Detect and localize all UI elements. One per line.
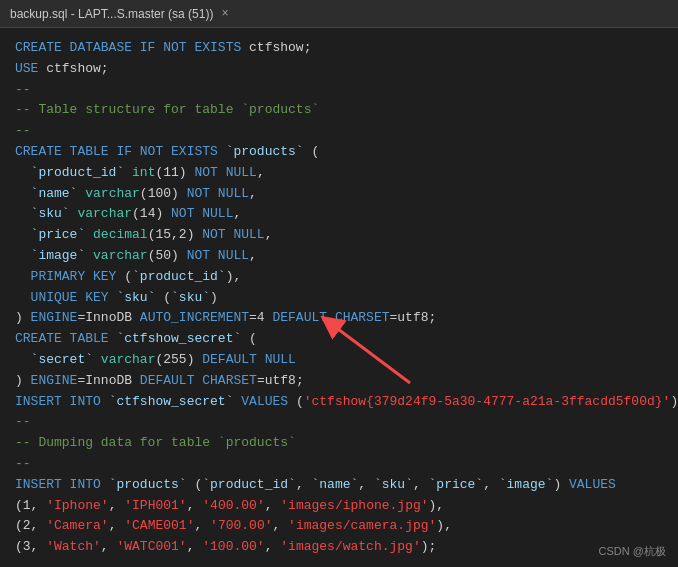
code-line-19: `secret` varchar(255) DEFAULT NULL — [15, 350, 663, 371]
code-line-5: -- Table structure for table `products` — [15, 100, 663, 121]
code-area: CREATE DATABASE IF NOT EXISTS ctfshow; U… — [0, 28, 678, 567]
code-line-25: -- Dumping data for table `products` — [15, 433, 663, 454]
code-line-30: (2, 'Camera', 'CAME001', '700.00', 'imag… — [15, 516, 663, 537]
code-line-8: CREATE TABLE IF NOT EXISTS `products` ( — [15, 142, 663, 163]
code-line-28: INSERT INTO `products` (`product_id`, `n… — [15, 475, 663, 496]
code-line-18: CREATE TABLE `ctfshow_secret` ( — [15, 329, 663, 350]
code-line-11: `sku` varchar(14) NOT NULL, — [15, 204, 663, 225]
code-line-15: UNIQUE KEY `sku` (`sku`) — [15, 288, 663, 309]
code-line-13: `image` varchar(50) NOT NULL, — [15, 246, 663, 267]
code-line-4: -- — [15, 80, 663, 101]
code-line-6: -- — [15, 121, 663, 142]
code-line-1: CREATE DATABASE IF NOT EXISTS ctfshow; — [15, 38, 663, 59]
title-bar: backup.sql - LAPT...S.master (sa (51)) × — [0, 0, 678, 28]
watermark: CSDN @杭极 — [599, 544, 666, 559]
code-line-31: (3, 'Watch', 'WATC001', '100.00', 'image… — [15, 537, 663, 558]
code-line-9: `product_id` int(11) NOT NULL, — [15, 163, 663, 184]
code-line-26: -- — [15, 454, 663, 475]
title-text: backup.sql - LAPT...S.master (sa (51)) — [10, 7, 213, 21]
code-line-24: -- — [15, 412, 663, 433]
code-line-12: `price` decimal(15,2) NOT NULL, — [15, 225, 663, 246]
code-line-10: `name` varchar(100) NOT NULL, — [15, 184, 663, 205]
code-line-16: ) ENGINE=InnoDB AUTO_INCREMENT=4 DEFAULT… — [15, 308, 663, 329]
code-line-29: (1, 'Iphone', 'IPH001', '400.00', 'image… — [15, 496, 663, 517]
code-line-14: PRIMARY KEY (`product_id`), — [15, 267, 663, 288]
code-line-22: INSERT INTO `ctfshow_secret` VALUES ('ct… — [15, 392, 663, 413]
code-line-2: USE ctfshow; — [15, 59, 663, 80]
close-icon[interactable]: × — [221, 7, 228, 21]
code-line-20: ) ENGINE=InnoDB DEFAULT CHARSET=utf8; — [15, 371, 663, 392]
